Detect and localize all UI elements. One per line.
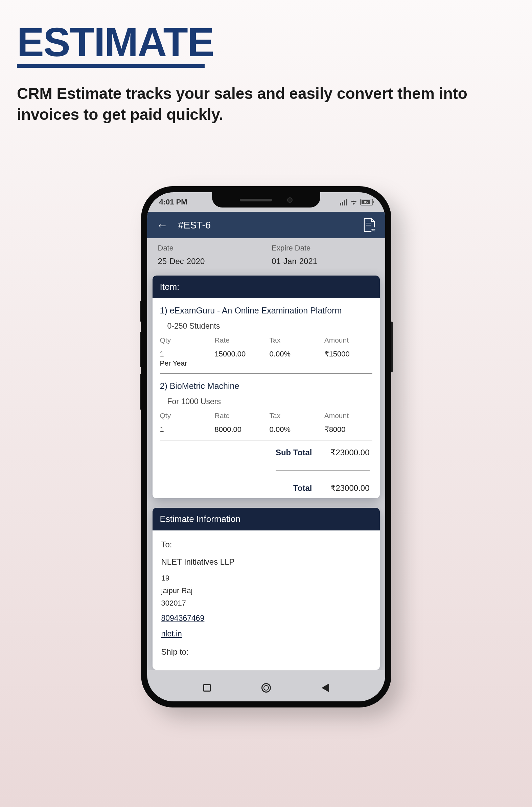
export-pdf-icon[interactable]: PDF (364, 218, 376, 232)
to-label: To: (161, 538, 371, 552)
rate-label: Rate (215, 411, 267, 420)
divider (160, 373, 373, 374)
subtotal-label: Sub Total (276, 448, 312, 457)
page-description: CRM Estimate tracks your sales and easil… (17, 83, 514, 125)
qty-label: Qty (160, 411, 213, 420)
ship-to-label: Ship to: (161, 645, 371, 659)
website-link[interactable]: nlet.in (161, 627, 182, 640)
address-line: 19 (161, 572, 371, 584)
tax-value: 0.00% (269, 425, 322, 434)
svg-rect-1 (366, 225, 371, 225)
title-underline (17, 64, 205, 68)
estimate-info-header: Estimate Information (153, 508, 380, 530)
svg-text:PDF: PDF (371, 228, 376, 231)
estimate-info-card: Estimate Information To: NLET Initiative… (153, 508, 380, 670)
app-header: ← #EST-6 PDF (147, 212, 385, 238)
phone-link[interactable]: 8094367469 (161, 612, 205, 625)
address-line: 302017 (161, 597, 371, 609)
back-nav-icon[interactable] (322, 683, 329, 692)
amount-label: Amount (324, 336, 373, 344)
totals: Sub Total ₹23000.00 Total ₹23000.00 (160, 448, 373, 493)
date-row: Date 25-Dec-2020 Expire Date 01-Jan-2021 (151, 238, 382, 276)
subtotal-value: ₹23000.00 (322, 448, 370, 457)
svg-rect-0 (366, 223, 371, 223)
battery-icon: 85 (360, 199, 373, 205)
rate-value: 15000.00 (215, 350, 267, 367)
tax-label: Tax (269, 411, 322, 420)
qty-value: 1 (160, 425, 213, 434)
item-subtitle: 0-250 Students (167, 322, 373, 331)
rate-value: 8000.00 (215, 425, 267, 434)
status-time: 4:01 PM (159, 198, 187, 206)
item-title: 2) BioMetric Machine (160, 381, 373, 391)
wifi-icon (350, 199, 358, 205)
app-content[interactable]: Date 25-Dec-2020 Expire Date 01-Jan-2021… (147, 238, 385, 670)
company-name: NLET Initiatives LLP (161, 555, 371, 569)
phone-mockup: 4:01 PM 85 ← #EST-6 PDF (141, 186, 391, 708)
tax-value: 0.00% (269, 350, 322, 367)
nav-bar (147, 676, 385, 699)
total-value: ₹23000.00 (322, 483, 370, 493)
divider (160, 440, 373, 440)
back-icon[interactable]: ← (157, 219, 168, 232)
screen-title: #EST-6 (178, 220, 354, 231)
address-line: jaipur Raj (161, 584, 371, 597)
page-title: ESTIMATE (17, 19, 214, 65)
tax-label: Tax (269, 336, 322, 344)
rate-label: Rate (215, 336, 267, 344)
divider (276, 470, 370, 471)
item-subtitle: For 1000 Users (167, 397, 373, 406)
recent-apps-icon[interactable] (203, 684, 211, 692)
line-item: 1) eExamGuru - An Online Examination Pla… (160, 306, 373, 367)
qty-label: Qty (160, 336, 213, 344)
items-card-header: Item: (153, 276, 380, 298)
items-card: Item: 1) eExamGuru - An Online Examinati… (153, 276, 380, 498)
total-label: Total (276, 483, 312, 493)
phone-notch (212, 192, 320, 207)
expire-date-value: 01-Jan-2021 (271, 257, 374, 266)
qty-unit: Per Year (160, 359, 213, 367)
qty-value: 1 (160, 350, 213, 359)
amount-value: ₹15000 (324, 350, 373, 367)
amount-label: Amount (324, 411, 373, 420)
line-item: 2) BioMetric Machine For 1000 Users Qty … (160, 381, 373, 434)
date-label: Date (158, 244, 272, 253)
date-value: 25-Dec-2020 (158, 257, 272, 266)
expire-date-label: Expire Date (271, 244, 374, 253)
item-title: 1) eExamGuru - An Online Examination Pla… (160, 306, 373, 315)
home-icon[interactable] (262, 683, 271, 693)
amount-value: ₹8000 (324, 425, 373, 434)
signal-icon (340, 199, 347, 205)
